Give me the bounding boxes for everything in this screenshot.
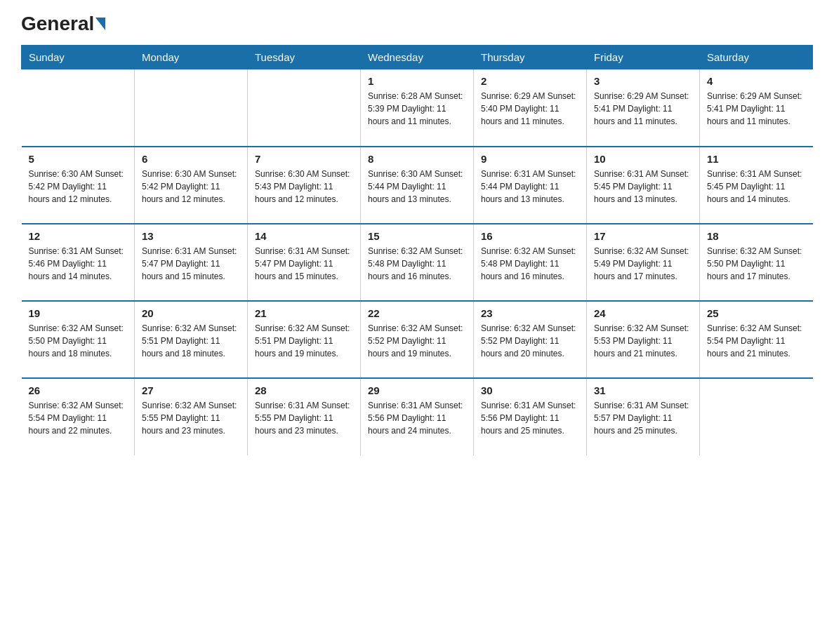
calendar-cell: 14Sunrise: 6:31 AM Sunset: 5:47 PM Dayli… xyxy=(248,224,361,301)
calendar-cell: 16Sunrise: 6:32 AM Sunset: 5:48 PM Dayli… xyxy=(474,224,587,301)
calendar-body: 1Sunrise: 6:28 AM Sunset: 5:39 PM Daylig… xyxy=(22,69,813,455)
header-cell-friday: Friday xyxy=(587,46,700,69)
day-number: 30 xyxy=(481,384,579,396)
calendar-cell: 11Sunrise: 6:31 AM Sunset: 5:45 PM Dayli… xyxy=(700,147,813,224)
day-info: Sunrise: 6:31 AM Sunset: 5:57 PM Dayligh… xyxy=(594,399,692,437)
day-info: Sunrise: 6:32 AM Sunset: 5:51 PM Dayligh… xyxy=(255,322,353,360)
calendar-week-5: 26Sunrise: 6:32 AM Sunset: 5:54 PM Dayli… xyxy=(22,378,813,455)
calendar-cell: 20Sunrise: 6:32 AM Sunset: 5:51 PM Dayli… xyxy=(135,301,248,378)
calendar-cell: 23Sunrise: 6:32 AM Sunset: 5:52 PM Dayli… xyxy=(474,301,587,378)
day-number: 28 xyxy=(255,384,353,396)
calendar-cell: 22Sunrise: 6:32 AM Sunset: 5:52 PM Dayli… xyxy=(361,301,474,378)
day-number: 5 xyxy=(29,153,128,165)
day-info: Sunrise: 6:32 AM Sunset: 5:48 PM Dayligh… xyxy=(481,245,579,283)
calendar-week-1: 1Sunrise: 6:28 AM Sunset: 5:39 PM Daylig… xyxy=(22,69,813,147)
calendar-cell: 10Sunrise: 6:31 AM Sunset: 5:45 PM Dayli… xyxy=(587,147,700,224)
header-row: SundayMondayTuesdayWednesdayThursdayFrid… xyxy=(22,46,813,69)
day-info: Sunrise: 6:31 AM Sunset: 5:44 PM Dayligh… xyxy=(481,168,579,206)
day-info: Sunrise: 6:32 AM Sunset: 5:55 PM Dayligh… xyxy=(142,399,240,437)
day-info: Sunrise: 6:31 AM Sunset: 5:47 PM Dayligh… xyxy=(142,245,240,283)
calendar-cell: 12Sunrise: 6:31 AM Sunset: 5:46 PM Dayli… xyxy=(22,224,135,301)
day-info: Sunrise: 6:32 AM Sunset: 5:48 PM Dayligh… xyxy=(368,245,466,283)
day-info: Sunrise: 6:32 AM Sunset: 5:52 PM Dayligh… xyxy=(481,322,579,360)
header-cell-wednesday: Wednesday xyxy=(361,46,474,69)
day-info: Sunrise: 6:30 AM Sunset: 5:43 PM Dayligh… xyxy=(255,168,353,206)
calendar-week-3: 12Sunrise: 6:31 AM Sunset: 5:46 PM Dayli… xyxy=(22,224,813,301)
day-number: 7 xyxy=(255,153,353,165)
calendar-week-4: 19Sunrise: 6:32 AM Sunset: 5:50 PM Dayli… xyxy=(22,301,813,378)
header-cell-saturday: Saturday xyxy=(700,46,813,69)
day-info: Sunrise: 6:32 AM Sunset: 5:49 PM Dayligh… xyxy=(594,245,692,283)
day-number: 2 xyxy=(481,75,579,87)
day-number: 16 xyxy=(481,230,579,242)
day-info: Sunrise: 6:29 AM Sunset: 5:41 PM Dayligh… xyxy=(594,90,692,128)
day-number: 14 xyxy=(255,230,353,242)
calendar-cell: 19Sunrise: 6:32 AM Sunset: 5:50 PM Dayli… xyxy=(22,301,135,378)
day-number: 1 xyxy=(368,75,466,87)
calendar-cell: 3Sunrise: 6:29 AM Sunset: 5:41 PM Daylig… xyxy=(587,69,700,147)
calendar-cell: 28Sunrise: 6:31 AM Sunset: 5:55 PM Dayli… xyxy=(248,378,361,455)
day-number: 6 xyxy=(142,153,240,165)
day-info: Sunrise: 6:30 AM Sunset: 5:44 PM Dayligh… xyxy=(368,168,466,206)
header-cell-monday: Monday xyxy=(135,46,248,69)
day-info: Sunrise: 6:31 AM Sunset: 5:47 PM Dayligh… xyxy=(255,245,353,283)
day-number: 24 xyxy=(594,307,692,319)
calendar-cell xyxy=(22,69,135,147)
day-number: 17 xyxy=(594,230,692,242)
calendar-cell: 25Sunrise: 6:32 AM Sunset: 5:54 PM Dayli… xyxy=(700,301,813,378)
day-number: 4 xyxy=(707,75,806,87)
calendar-cell: 17Sunrise: 6:32 AM Sunset: 5:49 PM Dayli… xyxy=(587,224,700,301)
day-info: Sunrise: 6:32 AM Sunset: 5:53 PM Dayligh… xyxy=(594,322,692,360)
day-info: Sunrise: 6:32 AM Sunset: 5:52 PM Dayligh… xyxy=(368,322,466,360)
day-number: 20 xyxy=(142,307,240,319)
calendar-cell: 4Sunrise: 6:29 AM Sunset: 5:41 PM Daylig… xyxy=(700,69,813,147)
day-number: 13 xyxy=(142,230,240,242)
calendar-cell xyxy=(700,378,813,455)
day-info: Sunrise: 6:30 AM Sunset: 5:42 PM Dayligh… xyxy=(29,168,128,206)
calendar-cell: 1Sunrise: 6:28 AM Sunset: 5:39 PM Daylig… xyxy=(361,69,474,147)
day-number: 11 xyxy=(707,153,806,165)
calendar-cell xyxy=(248,69,361,147)
day-info: Sunrise: 6:32 AM Sunset: 5:50 PM Dayligh… xyxy=(707,245,806,283)
logo-arrow-icon xyxy=(95,18,105,30)
calendar-cell: 8Sunrise: 6:30 AM Sunset: 5:44 PM Daylig… xyxy=(361,147,474,224)
day-number: 29 xyxy=(368,384,466,396)
calendar-cell: 24Sunrise: 6:32 AM Sunset: 5:53 PM Dayli… xyxy=(587,301,700,378)
calendar-header: SundayMondayTuesdayWednesdayThursdayFrid… xyxy=(22,46,813,69)
day-number: 8 xyxy=(368,153,466,165)
day-info: Sunrise: 6:28 AM Sunset: 5:39 PM Dayligh… xyxy=(368,90,466,128)
calendar-cell: 5Sunrise: 6:30 AM Sunset: 5:42 PM Daylig… xyxy=(22,147,135,224)
calendar-cell: 13Sunrise: 6:31 AM Sunset: 5:47 PM Dayli… xyxy=(135,224,248,301)
day-number: 23 xyxy=(481,307,579,319)
day-number: 9 xyxy=(481,153,579,165)
calendar-cell: 27Sunrise: 6:32 AM Sunset: 5:55 PM Dayli… xyxy=(135,378,248,455)
day-info: Sunrise: 6:32 AM Sunset: 5:51 PM Dayligh… xyxy=(142,322,240,360)
day-info: Sunrise: 6:31 AM Sunset: 5:56 PM Dayligh… xyxy=(481,399,579,437)
day-info: Sunrise: 6:31 AM Sunset: 5:45 PM Dayligh… xyxy=(594,168,692,206)
day-info: Sunrise: 6:31 AM Sunset: 5:56 PM Dayligh… xyxy=(368,399,466,437)
day-info: Sunrise: 6:29 AM Sunset: 5:40 PM Dayligh… xyxy=(481,90,579,128)
calendar-table: SundayMondayTuesdayWednesdayThursdayFrid… xyxy=(21,45,813,455)
day-info: Sunrise: 6:29 AM Sunset: 5:41 PM Dayligh… xyxy=(707,90,806,128)
calendar-cell: 31Sunrise: 6:31 AM Sunset: 5:57 PM Dayli… xyxy=(587,378,700,455)
day-number: 3 xyxy=(594,75,692,87)
calendar-cell: 6Sunrise: 6:30 AM Sunset: 5:42 PM Daylig… xyxy=(135,147,248,224)
day-info: Sunrise: 6:31 AM Sunset: 5:55 PM Dayligh… xyxy=(255,399,353,437)
calendar-cell: 7Sunrise: 6:30 AM Sunset: 5:43 PM Daylig… xyxy=(248,147,361,224)
page-header: General xyxy=(21,14,813,32)
day-number: 18 xyxy=(707,230,806,242)
calendar-cell xyxy=(135,69,248,147)
day-info: Sunrise: 6:31 AM Sunset: 5:45 PM Dayligh… xyxy=(707,168,806,206)
header-cell-tuesday: Tuesday xyxy=(248,46,361,69)
calendar-week-2: 5Sunrise: 6:30 AM Sunset: 5:42 PM Daylig… xyxy=(22,147,813,224)
calendar-cell: 2Sunrise: 6:29 AM Sunset: 5:40 PM Daylig… xyxy=(474,69,587,147)
day-number: 31 xyxy=(594,384,692,396)
day-number: 26 xyxy=(29,384,128,396)
header-cell-sunday: Sunday xyxy=(22,46,135,69)
day-info: Sunrise: 6:31 AM Sunset: 5:46 PM Dayligh… xyxy=(29,245,128,283)
day-info: Sunrise: 6:32 AM Sunset: 5:50 PM Dayligh… xyxy=(29,322,128,360)
header-cell-thursday: Thursday xyxy=(474,46,587,69)
calendar-cell: 15Sunrise: 6:32 AM Sunset: 5:48 PM Dayli… xyxy=(361,224,474,301)
calendar-cell: 9Sunrise: 6:31 AM Sunset: 5:44 PM Daylig… xyxy=(474,147,587,224)
day-number: 22 xyxy=(368,307,466,319)
